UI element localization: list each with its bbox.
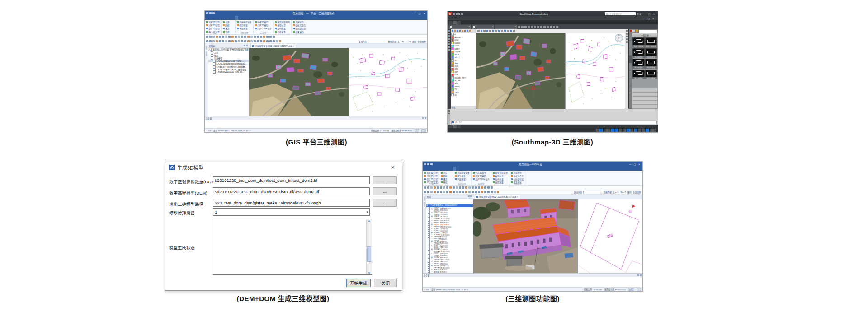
status-button[interactable] [637, 288, 641, 291]
help-search-input[interactable]: 输入关键字或短语 [605, 12, 636, 15]
ribbon-button[interactable]: 环视 [441, 181, 452, 184]
ribbon-tab[interactable] [238, 16, 241, 20]
toolbar-icon[interactable] [430, 191, 433, 193]
toolbar-icon[interactable] [472, 186, 474, 189]
toolbar-icon[interactable] [440, 191, 442, 193]
pin-icon[interactable] [422, 117, 424, 119]
toolbar-icon[interactable] [543, 26, 546, 28]
close-button[interactable]: 关闭 [374, 279, 397, 287]
toolbar-icon[interactable] [540, 26, 542, 28]
ribbon-button[interactable]: 打开OSGA文件 [473, 177, 490, 181]
panel-close-icon[interactable] [640, 274, 642, 276]
ribbon-button[interactable]: 高程采集 [493, 181, 508, 184]
command-log[interactable] [205, 120, 427, 128]
toolbar-icon[interactable] [430, 186, 433, 189]
toolbar-icon[interactable] [494, 191, 496, 193]
palette-category-tab[interactable] [629, 93, 632, 101]
toolbar-icon[interactable] [225, 36, 227, 38]
toolbar-icon[interactable] [225, 40, 227, 42]
toolbar-icon[interactable] [491, 186, 493, 189]
tree-item[interactable]: E:/OSGMap/875/875/三维模型库... [208, 68, 249, 71]
layer-color-swatch[interactable] [451, 65, 454, 67]
checkbox-icon[interactable] [211, 57, 213, 60]
cad-map-view[interactable]: 北 上 [565, 33, 625, 109]
toolbar-icon[interactable] [212, 36, 215, 38]
palette-category-tab[interactable] [629, 86, 632, 94]
ribbon-button[interactable]: 平面预览 [455, 177, 470, 181]
ribbon-button[interactable]: 任务预览 [237, 23, 252, 27]
toolbar-icon[interactable] [462, 191, 464, 193]
ribbon-button[interactable]: 环视 [223, 30, 234, 33]
status-button[interactable] [415, 129, 419, 132]
ribbon-tab[interactable] [219, 16, 222, 20]
toolbar-icon[interactable] [440, 186, 442, 189]
toolbar-icon[interactable] [462, 186, 464, 189]
ribbon-button[interactable]: 模型纠正 [275, 23, 290, 27]
layer-color-swatch[interactable] [451, 91, 454, 93]
toolbar-icon[interactable] [475, 191, 477, 193]
document-tab[interactable]: 房屋模型采集图00_202004183707.g3d ✕ [250, 44, 296, 48]
redo-icon[interactable] [430, 163, 433, 165]
view-tool-icon[interactable] [501, 30, 503, 32]
tab-close-icon[interactable]: ✕ [517, 196, 519, 198]
undo-icon[interactable] [427, 163, 429, 165]
login-button[interactable]: 登录 [637, 13, 641, 15]
ribbon-tab[interactable] [207, 16, 210, 20]
palette-category-tab[interactable] [629, 79, 632, 86]
toolbar-icon[interactable] [209, 40, 212, 42]
tool-icon[interactable] [448, 41, 450, 42]
toolbar-icon[interactable] [266, 40, 269, 42]
palette-section[interactable] [632, 93, 658, 97]
drawing-tab[interactable] [453, 21, 457, 24]
layer-row[interactable]: ZJ [451, 93, 476, 96]
house-symbol-thumbnail[interactable] [632, 48, 645, 56]
start-generate-button[interactable]: 开始生成 [346, 279, 371, 287]
scroll-up-icon[interactable]: ▲ [368, 219, 371, 222]
minimize-icon[interactable]: ─ [413, 11, 417, 15]
status-toggle-icon[interactable] [599, 129, 603, 132]
palette-section-header[interactable]: 一般房屋 [632, 33, 658, 37]
toolbar-icon[interactable] [228, 40, 231, 42]
scroll-down-icon[interactable]: ▼ [368, 272, 371, 274]
ribbon-button[interactable]: 打开3D模型 [473, 174, 490, 177]
ribbon-button[interactable]: 生成3D模型 [473, 171, 490, 174]
3d-model-view[interactable] [473, 199, 578, 273]
ribbon-button[interactable]: 打开OSGA文件 [255, 27, 272, 30]
tree-root[interactable]: 九龙坡区国土空间全要素/模型采集图层管理 [208, 48, 249, 51]
palette-category-tab[interactable] [629, 101, 632, 109]
ribbon-tab[interactable] [222, 16, 226, 20]
toolbar-icon[interactable] [478, 191, 480, 193]
toolbar-icon[interactable] [273, 40, 275, 42]
panel-close-icon[interactable] [246, 45, 248, 46]
tree-item[interactable]: E:/OSGMap/fangwuceshidata0/... [208, 62, 249, 65]
tree-item[interactable]: F:/hctest/20191220_test_do... [208, 71, 249, 74]
ribbon-button[interactable]: 3D工程设置 [206, 30, 220, 33]
ribbon-button[interactable]: 房屋模型采集 [237, 20, 252, 23]
view-tool-icon[interactable] [477, 30, 480, 32]
find-prev-button[interactable]: 上一个 [397, 40, 404, 43]
toolbar-icon[interactable] [550, 26, 552, 28]
toolbar-icon[interactable] [206, 36, 208, 38]
toolbar-icon[interactable] [443, 191, 445, 193]
toolbar-icon[interactable] [427, 186, 429, 189]
ribbon-button[interactable]: 保存3D工程 [424, 177, 438, 181]
viewcube-top-face[interactable]: 上 [617, 36, 621, 40]
layer-color-swatch[interactable] [451, 39, 454, 42]
panel-close-icon[interactable] [425, 117, 426, 119]
import-button[interactable]: 入库 [628, 288, 634, 291]
house-symbol-item[interactable]: 四点砼房屋 [645, 48, 657, 59]
ribbon-button[interactable]: 3D工程设置 [424, 181, 438, 184]
ribbon-button[interactable]: 模型纠正 [493, 174, 508, 177]
save-icon[interactable] [458, 13, 460, 15]
toolbar-icon[interactable] [537, 26, 539, 28]
view-tool-icon[interactable] [483, 30, 486, 32]
toolbar-icon[interactable] [254, 40, 256, 42]
ribbon-button[interactable]: 生成3D模型 [255, 20, 272, 23]
palette-category-tab[interactable] [629, 48, 632, 56]
properties-tab[interactable]: 特性 [451, 106, 476, 109]
close-icon[interactable]: ✕ [637, 162, 642, 166]
texture-level-select[interactable]: 1 ▾ [213, 208, 370, 216]
ribbon-tab[interactable] [456, 167, 459, 171]
toolbar-icon[interactable] [260, 40, 262, 42]
toolbar-icon[interactable] [556, 26, 558, 28]
